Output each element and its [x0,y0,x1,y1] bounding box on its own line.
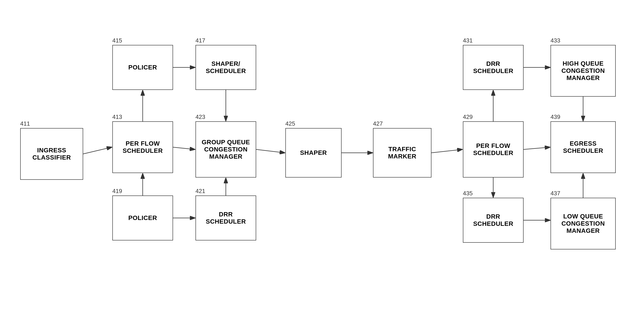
label-415: 415 [112,37,122,44]
box-drr-scheduler-top-right: DRRSCHEDULER [463,45,524,90]
box-per-flow-scheduler-left: PER FLOWSCHEDULER [112,121,173,173]
svg-line-1 [83,147,112,154]
box-label-per-flow-scheduler-left: PER FLOWSCHEDULER [123,140,163,154]
label-439: 439 [550,114,560,120]
label-437: 437 [550,190,560,197]
label-431: 431 [463,37,472,44]
box-label-drr-scheduler-bottom-right: DRRSCHEDULER [473,213,514,228]
box-label-policer-top: POLICER [128,64,157,71]
box-label-shaper: SHAPER [300,149,327,156]
box-label-high-queue-congestion: HIGH QUEUECONGESTIONMANAGER [561,60,605,82]
box-ingress-classifier: INGRESSCLASSIFIER [20,128,83,180]
svg-line-11 [432,150,462,153]
box-label-group-queue-congestion: GROUP QUEUECONGESTIONMANAGER [202,139,250,160]
box-drr-scheduler-bottom-right: DRRSCHEDULER [463,198,524,243]
svg-line-5 [173,147,195,150]
box-label-ingress-classifier: INGRESSCLASSIFIER [32,147,71,161]
svg-line-9 [256,150,285,153]
box-label-per-flow-scheduler-right: PER FLOWSCHEDULER [473,142,514,156]
label-429: 429 [463,114,472,120]
box-label-drr-scheduler-top-right: DRRSCHEDULER [473,60,514,74]
box-shaper-scheduler: SHAPER/SCHEDULER [196,45,256,90]
label-413: 413 [112,114,122,120]
box-shaper: SHAPER [285,128,342,178]
label-427: 427 [373,120,383,127]
box-policer-top: POLICER [112,45,173,90]
box-label-low-queue-congestion: LOW QUEUECONGESTIONMANAGER [561,213,605,234]
label-417: 417 [196,37,205,44]
label-419: 419 [112,188,122,194]
svg-line-15 [524,147,550,150]
box-egress-scheduler: EGRESSSCHEDULER [550,121,616,173]
box-label-shaper-scheduler: SHAPER/SCHEDULER [206,60,246,74]
box-group-queue-congestion: GROUP QUEUECONGESTIONMANAGER [196,121,256,178]
label-433: 433 [550,37,560,44]
box-low-queue-congestion: LOW QUEUECONGESTIONMANAGER [550,198,616,250]
box-label-drr-scheduler-left: DRRSCHEDULER [206,211,246,225]
box-traffic-marker: TRAFFICMARKER [373,128,432,178]
box-label-egress-scheduler: EGRESSSCHEDULER [563,140,603,154]
diagram: 411 INGRESSCLASSIFIER 413 PER FLOWSCHEDU… [0,0,644,331]
label-423: 423 [196,114,205,120]
box-high-queue-congestion: HIGH QUEUECONGESTIONMANAGER [550,45,616,97]
label-411: 411 [20,120,30,127]
label-421: 421 [196,188,205,194]
box-label-traffic-marker: TRAFFICMARKER [388,146,416,160]
box-per-flow-scheduler-right: PER FLOWSCHEDULER [463,121,524,178]
label-435: 435 [463,190,472,197]
label-425: 425 [285,120,295,127]
box-label-policer-bottom: POLICER [128,214,157,222]
box-policer-bottom: POLICER [112,196,173,240]
box-drr-scheduler-left: DRRSCHEDULER [196,196,256,240]
